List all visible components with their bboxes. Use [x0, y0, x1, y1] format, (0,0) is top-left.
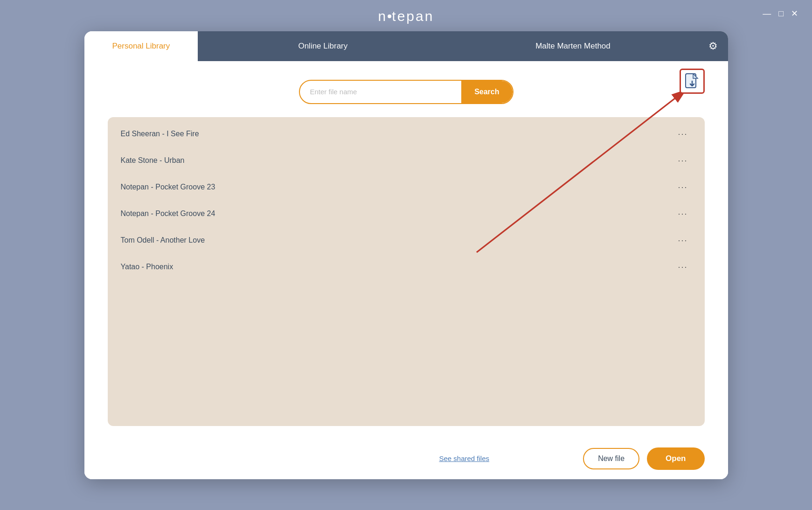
search-container: Search	[299, 80, 514, 104]
notepan-title: ntepan	[378, 8, 434, 24]
file-list: Ed Sheeran - I See Fire ··· Kate Stone -…	[108, 117, 705, 426]
tab-personal-library[interactable]: Personal Library	[84, 31, 198, 61]
file-name: Yatao - Phoenix	[121, 263, 674, 271]
file-item[interactable]: Notepan - Pocket Groove 23 ···	[108, 174, 705, 201]
window-controls-bar: — □ ✕	[763, 8, 798, 19]
file-item[interactable]: Kate Stone - Urban ···	[108, 147, 705, 174]
file-name: Notepan - Pocket Groove 24	[121, 210, 674, 218]
open-button[interactable]: Open	[647, 447, 704, 470]
file-menu-button[interactable]: ···	[674, 234, 691, 247]
file-menu-button[interactable]: ···	[674, 127, 691, 141]
file-menu-button[interactable]: ···	[674, 207, 691, 221]
file-name: Ed Sheeran - I See Fire	[121, 130, 674, 138]
tab-malte-marten-method[interactable]: Malte Marten Method	[448, 31, 698, 61]
import-file-button[interactable]	[680, 69, 705, 94]
main-content: Search Ed Sheeran - I	[84, 61, 728, 440]
tab-bar: Personal Library Online Library Malte Ma…	[84, 31, 728, 61]
bottom-bar: See shared files New file Open	[84, 440, 728, 479]
file-name: Tom Odell - Another Love	[121, 236, 674, 245]
minimize-button[interactable]: —	[763, 9, 771, 19]
file-menu-button[interactable]: ···	[674, 260, 691, 274]
search-button[interactable]: Search	[461, 81, 512, 103]
gear-icon: ⚙	[708, 40, 718, 52]
close-button[interactable]: ✕	[791, 8, 798, 19]
file-item[interactable]: Tom Odell - Another Love ···	[108, 227, 705, 254]
main-window: Personal Library Online Library Malte Ma…	[84, 31, 728, 479]
settings-button[interactable]: ⚙	[698, 31, 728, 61]
tab-online-library[interactable]: Online Library	[198, 31, 448, 61]
file-item[interactable]: Yatao - Phoenix ···	[108, 254, 705, 280]
maximize-button[interactable]: □	[778, 9, 784, 19]
file-menu-button[interactable]: ···	[674, 154, 691, 168]
import-file-icon	[685, 73, 700, 90]
search-input[interactable]	[300, 88, 462, 96]
see-shared-files-link[interactable]: See shared files	[345, 454, 583, 462]
file-item[interactable]: Notepan - Pocket Groove 24 ···	[108, 201, 705, 227]
search-area: Search	[108, 80, 705, 104]
new-file-button[interactable]: New file	[583, 448, 639, 469]
file-name: Kate Stone - Urban	[121, 156, 674, 165]
bottom-actions: New file Open	[583, 447, 704, 470]
file-name: Notepan - Pocket Groove 23	[121, 183, 674, 191]
file-menu-button[interactable]: ···	[674, 181, 691, 194]
file-item[interactable]: Ed Sheeran - I See Fire ···	[108, 121, 705, 147]
